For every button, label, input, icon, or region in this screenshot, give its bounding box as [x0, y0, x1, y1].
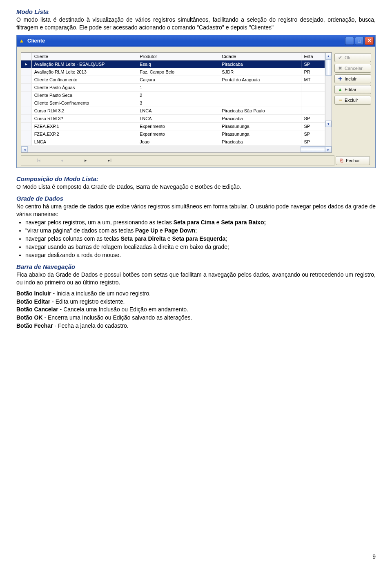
cancel-icon: ✖	[337, 65, 343, 71]
table-row[interactable]: Cliente Semi-Confinamento3	[21, 99, 325, 107]
minimize-button[interactable]: _	[345, 37, 354, 45]
heading-modo-lista: Modo Lista	[16, 8, 376, 15]
fechar-button[interactable]: ⎘Fechar	[336, 156, 370, 165]
heading-barra-nav: Barra de Navegação	[16, 263, 376, 270]
table-row[interactable]: Avaliação RLM Leite 2013Faz. Campo BeloS…	[21, 68, 325, 76]
scroll-right-icon[interactable]: ▸	[325, 146, 332, 152]
nav-first-button[interactable]: ꓲ◂	[30, 157, 47, 164]
heading-grade: Grade de Dados	[16, 195, 376, 202]
btn-incluir-desc: Botão Incluir - Inicia a inclusão de um …	[16, 290, 376, 297]
table-row[interactable]: FZEA.EXP.1ExperimentoPirassunungaSP	[21, 122, 325, 130]
nav-prev-button[interactable]: ◂	[54, 157, 70, 164]
app-icon: ▲	[18, 38, 25, 44]
grid-header-row: Cliente Produtor Cidade Esta	[21, 53, 325, 60]
scroll-left-icon[interactable]: ◂	[21, 146, 28, 152]
nav-panel: ꓲ◂ ◂ ▸ ▸ꓲ	[21, 155, 334, 166]
table-row[interactable]: Cliente Pasto Águas1	[21, 83, 325, 91]
list-item: navegar usando as barras de rolagem loca…	[25, 243, 376, 251]
plus-icon: ✚	[337, 76, 343, 82]
btn-fechar-desc: Botão Fechar - Fecha a janela do cadastr…	[16, 322, 376, 330]
table-row[interactable]: Cliente Pasto Seca2	[21, 91, 325, 99]
scroll-thumb[interactable]	[325, 59, 332, 76]
col-produtor[interactable]: Produtor	[137, 53, 219, 60]
composicao-paragraph: O Modo Lista é composto da Grade de Dado…	[16, 183, 376, 191]
table-row[interactable]: Curso RLM 3.2LNCAPiracicaba São Paulo	[21, 107, 325, 114]
close-button[interactable]: ✕	[365, 37, 374, 45]
btn-ok-desc: Botão OK - Encerra uma Inclusão ou Ediçã…	[16, 314, 376, 322]
col-estado[interactable]: Esta	[301, 53, 325, 60]
editar-button[interactable]: ▲Editar	[334, 85, 371, 94]
list-item: navegar pelos registros, um a um, pressi…	[25, 219, 376, 226]
intro-paragraph: O modo lista é destinado à visualização …	[16, 16, 376, 31]
list-item: navegar pelas colunas com as teclas Seta…	[25, 235, 376, 243]
excluir-button[interactable]: ━Excluir	[334, 96, 371, 105]
bullet-list: navegar pelos registros, um a um, pressi…	[25, 219, 376, 259]
ok-button[interactable]: ✔Ok	[334, 53, 371, 62]
horizontal-scrollbar[interactable]: ◂ ▸	[21, 146, 332, 152]
heading-composicao: Composição do Modo Lista:	[16, 175, 376, 182]
btn-cancelar-desc: Botão Cancelar - Cancela uma Inclusão ou…	[16, 306, 376, 313]
nav-last-button[interactable]: ▸ꓲ	[101, 157, 118, 164]
table-row[interactable]: Curso RLM 3?LNCAPiracicabaSP	[21, 114, 325, 122]
scroll-up-icon[interactable]: ▴	[325, 53, 332, 59]
col-cliente[interactable]: Cliente	[31, 53, 137, 60]
check-icon: ✔	[337, 55, 343, 60]
cliente-window: ▲ Cliente _ □ ✕ Cliente Produtor Cidade	[16, 35, 376, 168]
minus-icon: ━	[337, 97, 343, 103]
data-grid[interactable]: Cliente Produtor Cidade Esta ▸Avaliação …	[21, 52, 332, 153]
table-row[interactable]: Cliente ConfinamentoCaiçaraPontal do Ara…	[21, 76, 325, 83]
grade-paragraph: No centro há uma grade de dados que exib…	[16, 203, 376, 218]
col-cidade[interactable]: Cidade	[219, 53, 301, 60]
incluir-button[interactable]: ✚Incluir	[334, 74, 371, 83]
list-item: navegar deslizando a roda do mouse.	[25, 251, 376, 259]
table-row[interactable]: FZEA.EXP.2ExperimentoPirassunungaSP	[21, 130, 325, 138]
table-row[interactable]: ▸Avaliação RLM Leite - ESALQ/USPEsalqPir…	[21, 60, 325, 68]
cancelar-button[interactable]: ✖Cancelar	[334, 64, 371, 73]
maximize-button[interactable]: □	[355, 37, 364, 45]
barra-nav-paragraph: Fica abaixo da Grade de Dados e possui b…	[16, 271, 376, 286]
side-button-panel: ✔Ok ✖Cancelar ✚Incluir ▲Editar ━Excluir	[334, 52, 371, 153]
edit-icon: ▲	[337, 87, 343, 92]
door-icon: ⎘	[339, 158, 344, 163]
list-item: "virar uma página" de dados com as tecla…	[25, 227, 376, 235]
scroll-down-icon[interactable]: ▾	[325, 121, 332, 127]
btn-editar-desc: Botão Editar - Edita um registro existen…	[16, 298, 376, 306]
table-row[interactable]: LNCAJoaoPiracicabaSP	[21, 138, 325, 145]
vertical-scrollbar[interactable]: ▴ ▾	[325, 53, 332, 146]
titlebar: ▲ Cliente _ □ ✕	[17, 35, 375, 47]
window-title: Cliente	[27, 38, 45, 44]
nav-next-button[interactable]: ▸	[78, 157, 94, 164]
page-number: 9	[372, 553, 376, 560]
